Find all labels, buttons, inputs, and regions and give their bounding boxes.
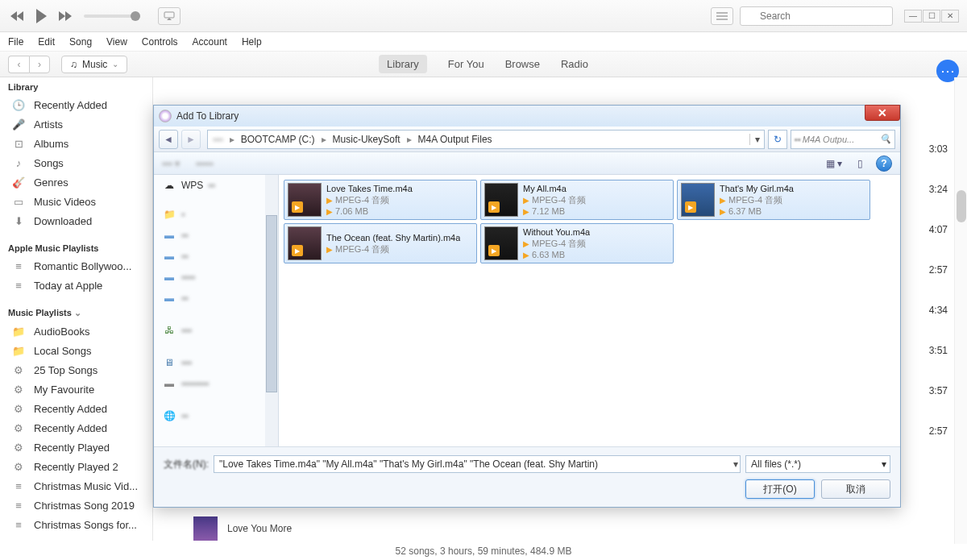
dialog-sidebar-item[interactable]: 📁▪ xyxy=(154,204,278,225)
vertical-scrollbar[interactable] xyxy=(954,77,967,544)
next-button[interactable] xyxy=(56,7,74,25)
sidebar-item-recently-played[interactable]: ⚙Recently Played xyxy=(0,438,149,457)
sidebar-item-genres[interactable]: 🎸Genres xyxy=(0,172,149,192)
note-icon: ♪ xyxy=(11,156,26,170)
play-badge-icon: ▶ xyxy=(488,201,500,213)
dialog-sidebar-scrollbar[interactable] xyxy=(265,175,278,446)
top-toolbar: 🔍 — ☐ ✕ xyxy=(0,0,967,32)
list-view-button[interactable] xyxy=(711,7,733,25)
cancel-button[interactable]: 取消 xyxy=(821,479,890,499)
dialog-sidebar-item[interactable]: ▬▪▪▪▪ xyxy=(154,267,278,288)
breadcrumb-dropdown[interactable]: ▾ xyxy=(749,134,764,145)
filename-input[interactable]: "Love Takes Time.m4a" "My All.m4a" "That… xyxy=(214,455,741,473)
gear-icon: ⚙ xyxy=(11,363,26,377)
sidebar-item-recently-added-pl2[interactable]: ⚙Recently Added xyxy=(0,418,149,438)
breadcrumb-item[interactable]: M4A Output Files xyxy=(413,134,497,145)
filetype-dropdown[interactable]: All files (*.*) ▾ xyxy=(745,455,890,473)
sidebar-item-local-songs[interactable]: 📁Local Songs xyxy=(0,341,149,360)
dialog-sidebar-item[interactable]: ▬▪▪ xyxy=(154,246,278,267)
nav-back-button[interactable]: ‹ xyxy=(8,56,29,73)
menu-file[interactable]: File xyxy=(8,36,23,48)
folder-icon: 📁 xyxy=(11,324,26,338)
dialog-sidebar-item[interactable]: ▬▪▪ xyxy=(154,225,278,246)
refresh-button[interactable]: ↻ xyxy=(768,130,787,149)
dialog-sidebar-item[interactable]: ▬▪▪ xyxy=(154,288,278,309)
dialog-sidebar-wps[interactable]: ☁WPS▪▪ xyxy=(154,175,278,196)
sidebar-item-music-videos[interactable]: ▭Music Videos xyxy=(0,192,149,211)
breadcrumb-item[interactable]: Music-UkeySoft xyxy=(328,134,405,145)
toolbar-organize[interactable]: ▪▪▪ ▾ xyxy=(162,158,180,169)
sidebar-item-25-top[interactable]: ⚙25 Top Songs xyxy=(0,360,149,380)
file-tile[interactable]: ▶ Love Takes Time.m4a ▶MPEG-4 音频 ▶7.06 M… xyxy=(284,180,477,220)
computer-icon: 🖥 xyxy=(162,355,176,370)
breadcrumb-item[interactable]: BOOTCAMP (C:) xyxy=(236,134,320,145)
open-button[interactable]: 打开(O) xyxy=(745,479,815,499)
file-tile[interactable]: ▶ Without You.m4a ▶MPEG-4 音频 ▶6.63 MB xyxy=(480,223,674,263)
music-dropdown[interactable]: ♫ Music ⌄ xyxy=(61,56,127,73)
sidebar-item-recently-added[interactable]: 🕒Recently Added xyxy=(0,95,149,114)
view-mode-button[interactable]: ▦ ▾ xyxy=(824,155,844,172)
genre-icon: 🎸 xyxy=(11,175,26,189)
menu-view[interactable]: View xyxy=(106,36,127,48)
file-tile[interactable]: ▶ The Ocean (feat. Shy Martin).m4a ▶MPEG… xyxy=(284,223,477,263)
dialog-sidebar-item[interactable]: 🖧▪▪▪ xyxy=(154,320,278,341)
menu-controls[interactable]: Controls xyxy=(142,36,178,48)
filename-label: 文件名(N): xyxy=(164,458,209,471)
tab-for-you[interactable]: For You xyxy=(448,58,484,70)
help-button[interactable]: ? xyxy=(876,156,892,172)
toolbar-newfolder[interactable]: ▪▪▪▪▪ xyxy=(196,158,213,169)
breadcrumb[interactable]: ▪▪▪▸ BOOTCAMP (C:)▸ Music-UkeySoft▸ M4A … xyxy=(207,130,765,149)
chevron-down-icon[interactable]: ▾ xyxy=(733,458,738,470)
dialog-forward-button[interactable]: ► xyxy=(181,130,201,149)
breadcrumb-root[interactable]: ▪▪▪ xyxy=(208,134,228,145)
sidebar-item-romantic[interactable]: ≡Romantic Bollywoo... xyxy=(0,256,149,276)
drive-icon: ▬ xyxy=(162,228,176,243)
sidebar-item-songs[interactable]: ♪Songs xyxy=(0,153,149,172)
tab-library[interactable]: Library xyxy=(379,55,427,73)
dialog-back-button[interactable]: ◄ xyxy=(159,130,178,149)
maximize-button[interactable]: ☐ xyxy=(923,10,940,23)
video-icon: ▭ xyxy=(11,194,26,209)
sidebar-item-christmas-for[interactable]: ≡Christmas Songs for... xyxy=(0,515,149,534)
sidebar-item-recently-played2[interactable]: ⚙Recently Played 2 xyxy=(0,457,149,476)
airplay-icon[interactable] xyxy=(158,7,181,25)
file-tile[interactable]: ▶ That's My Girl.m4a ▶MPEG-4 音频 ▶6.37 MB xyxy=(677,180,870,220)
chevron-down-icon[interactable]: ⌄ xyxy=(74,308,81,317)
dialog-path-bar: ◄ ► ▪▪▪▸ BOOTCAMP (C:)▸ Music-UkeySoft▸ … xyxy=(154,127,900,152)
dialog-sidebar-item[interactable]: 🌐▪▪ xyxy=(154,405,278,426)
menu-account[interactable]: Account xyxy=(193,36,227,48)
sidebar-item-downloaded[interactable]: ⬇Downloaded xyxy=(0,211,149,230)
menu-edit[interactable]: Edit xyxy=(38,36,55,48)
tab-radio[interactable]: Radio xyxy=(561,58,588,70)
dialog-sidebar-item[interactable]: 🖥▪▪▪ xyxy=(154,352,278,373)
tab-browse[interactable]: Browse xyxy=(505,58,540,70)
dialog-titlebar[interactable]: Add To Library ✕ xyxy=(154,106,900,127)
preview-pane-button[interactable]: ▯ xyxy=(850,155,869,172)
sidebar-item-albums[interactable]: ⊡Albums xyxy=(0,134,149,153)
drive-icon: ▬ xyxy=(162,270,176,284)
sidebar-item-today-apple[interactable]: ≡Today at Apple xyxy=(0,276,149,295)
previous-button[interactable] xyxy=(8,7,26,25)
sidebar-item-christmas-vid[interactable]: ≡Christmas Music Vid... xyxy=(0,476,149,496)
file-tile[interactable]: ▶ My All.m4a ▶MPEG-4 音频 ▶7.12 MB xyxy=(480,180,674,220)
menu-song[interactable]: Song xyxy=(69,36,92,48)
play-button[interactable] xyxy=(32,7,50,25)
close-window-button[interactable]: ✕ xyxy=(941,10,959,23)
sidebar-item-local-songs2[interactable]: ≡Local Songs2 xyxy=(0,534,149,541)
dialog-sidebar-item[interactable]: ▬▪▪▪▪▪▪▪▪ xyxy=(154,373,278,394)
sidebar-item-artists[interactable]: 🎤Artists xyxy=(0,114,149,134)
scroll-thumb[interactable] xyxy=(957,190,966,222)
menu-help[interactable]: Help xyxy=(242,36,262,48)
minimize-button[interactable]: — xyxy=(904,10,922,23)
sidebar-item-my-favourite[interactable]: ⚙My Favourite xyxy=(0,380,149,399)
sidebar-item-christmas-2019[interactable]: ≡Christmas Song 2019 xyxy=(0,496,149,515)
nav-forward-button[interactable]: › xyxy=(29,56,50,73)
chevron-down-icon[interactable]: ▾ xyxy=(882,458,886,470)
dialog-search-input[interactable]: ▪▪ M4A Outpu... 🔍 xyxy=(791,130,895,149)
dialog-close-button[interactable]: ✕ xyxy=(865,105,900,121)
volume-slider[interactable] xyxy=(84,15,140,18)
search-input[interactable] xyxy=(740,6,893,26)
sidebar-item-audiobooks[interactable]: 📁AudioBooks xyxy=(0,321,149,341)
sidebar-item-recently-added-pl[interactable]: ⚙Recently Added xyxy=(0,399,149,418)
scroll-thumb[interactable] xyxy=(266,215,277,392)
